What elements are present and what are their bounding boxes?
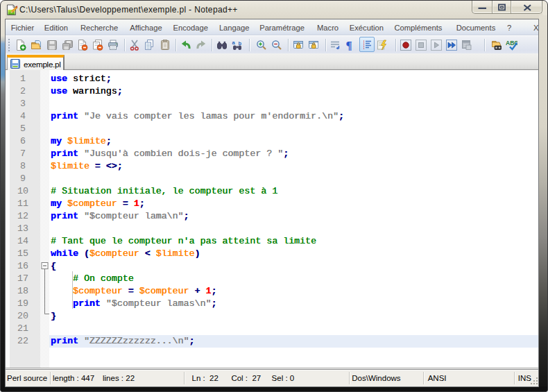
- svg-text:b: b: [239, 40, 242, 46]
- svg-text:a: a: [232, 40, 236, 46]
- svg-text:¶: ¶: [346, 40, 352, 51]
